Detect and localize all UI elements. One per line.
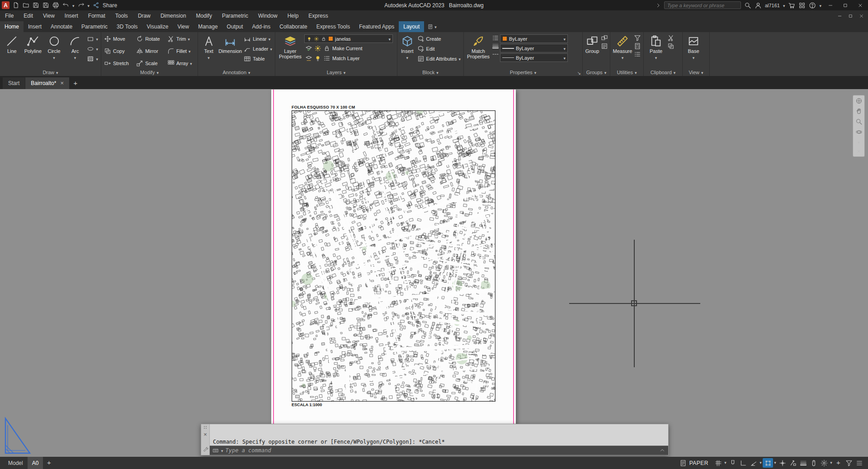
model-tab[interactable]: Model — [4, 457, 28, 469]
move-button[interactable]: Move — [103, 34, 132, 43]
ribbon-tab-3d-tools[interactable]: 3D Tools — [112, 21, 142, 32]
array-button[interactable]: Array — [166, 59, 196, 68]
help-dropdown-icon[interactable] — [819, 2, 821, 9]
lineweight-settings-icon[interactable] — [492, 43, 499, 50]
command-expand-icon[interactable] — [659, 447, 665, 454]
leader-button[interactable]: Leader — [243, 44, 273, 53]
paste-button[interactable]: Paste — [646, 33, 666, 60]
polyline-button[interactable]: Polyline — [23, 33, 43, 54]
color-dropdown[interactable]: ByLayer — [500, 34, 568, 43]
make-current-button[interactable]: Make Current — [304, 44, 395, 53]
polar-caret-icon[interactable] — [759, 461, 763, 465]
open-file-icon[interactable] — [23, 2, 29, 9]
search-icon[interactable] — [744, 2, 751, 9]
plot-icon[interactable] — [52, 2, 59, 9]
ungroup-icon[interactable] — [601, 34, 608, 42]
panel-label-view[interactable]: View — [683, 68, 709, 76]
panel-label-block[interactable]: Block — [397, 68, 463, 76]
snap-mode-button[interactable] — [727, 458, 738, 468]
drawing-canvas[interactable]: FOLHA ESQUISSO 70 X 100 CM ESCALA 1:1000… — [0, 89, 868, 457]
layer-on-icon[interactable] — [307, 36, 312, 42]
snap-tracking-button[interactable] — [777, 458, 788, 468]
ribbon-tab-featured-apps[interactable]: Featured Apps — [354, 21, 399, 32]
ribbon-tab-layout[interactable]: Layout — [399, 21, 424, 32]
ribbon-tab-view[interactable]: View — [173, 21, 193, 32]
paper-space-icon[interactable] — [679, 460, 687, 467]
store-cart-icon[interactable] — [788, 2, 795, 9]
doc-restore-button[interactable] — [845, 12, 855, 20]
copy-clip-icon[interactable] — [667, 43, 675, 50]
match-properties-button[interactable]: Match Properties — [466, 33, 491, 59]
new-file-icon[interactable] — [13, 2, 19, 9]
new-drawing-tab-button[interactable] — [70, 77, 81, 89]
command-keyboard-icon[interactable] — [212, 447, 219, 454]
command-window[interactable]: Command: Specify opposite corner or [Fen… — [201, 424, 669, 455]
undo-icon[interactable] — [62, 2, 69, 9]
menu-view[interactable]: View — [38, 10, 60, 21]
command-input-row[interactable] — [210, 445, 668, 455]
panel-label-draw[interactable]: Draw — [0, 68, 101, 76]
autocad-logo[interactable]: A — [2, 1, 9, 9]
ribbon-tab-parametric[interactable]: Parametric — [77, 21, 112, 32]
osnap-caret-icon[interactable] — [773, 461, 777, 465]
ribbon-tab-annotate[interactable]: Annotate — [46, 21, 77, 32]
window-minimize-button[interactable] — [825, 0, 836, 10]
group-edit-icon[interactable] — [601, 43, 608, 50]
doc-minimize-button[interactable] — [835, 12, 844, 20]
id-point-icon[interactable] — [634, 51, 641, 58]
stretch-button[interactable]: Stretch — [103, 59, 132, 68]
create-block-button[interactable]: Create — [416, 34, 462, 43]
layout-tab-a0[interactable]: A0 — [28, 457, 43, 469]
layout-paper[interactable]: FOLHA ESQUISSO 70 X 100 CM ESCALA 1:1000 — [271, 90, 516, 433]
menu-tools[interactable]: Tools — [110, 10, 133, 21]
menu-format[interactable]: Format — [83, 10, 110, 21]
layer-off-tool-icon[interactable] — [314, 55, 321, 62]
command-input[interactable] — [226, 447, 657, 454]
user-avatar-icon[interactable] — [755, 2, 762, 9]
share-icon[interactable] — [93, 2, 99, 9]
ellipse-button[interactable] — [86, 44, 99, 53]
command-settings-icon[interactable] — [203, 447, 208, 453]
status-menu-button[interactable] — [854, 458, 864, 468]
quick-select-icon[interactable] — [634, 34, 641, 42]
line-button[interactable]: Line — [2, 33, 22, 54]
menu-dimension[interactable]: Dimension — [156, 10, 191, 21]
menu-express[interactable]: Express — [303, 10, 333, 21]
ribbon-options[interactable] — [428, 21, 437, 32]
menu-help[interactable]: Help — [283, 10, 304, 21]
command-recent-caret-icon[interactable] — [221, 447, 223, 454]
ribbon-tab-visualize[interactable]: Visualize — [142, 21, 173, 32]
menu-file[interactable]: File — [0, 10, 19, 21]
window-maximize-button[interactable] — [840, 0, 851, 10]
window-close-button[interactable] — [854, 0, 866, 10]
measure-button[interactable]: Measure — [612, 33, 633, 60]
polar-tracking-button[interactable] — [748, 458, 759, 468]
file-tab-document[interactable]: Bairroalto* — [25, 77, 69, 89]
map-viewport[interactable] — [292, 110, 495, 402]
base-dropdown-icon[interactable] — [693, 55, 695, 60]
ribbon-tab-express-tools[interactable]: Express Tools — [312, 21, 354, 32]
ribbon-tab-home[interactable]: Home — [0, 21, 24, 32]
insert-block-button[interactable]: Insert — [399, 33, 415, 60]
linear-button[interactable]: Linear — [243, 34, 273, 43]
scale-button[interactable]: Scale — [135, 59, 164, 68]
trim-button[interactable]: Trim — [166, 34, 196, 43]
rotate-button[interactable]: Rotate — [135, 34, 164, 43]
quick-calc-icon[interactable] — [634, 43, 641, 50]
customize-button[interactable] — [833, 458, 844, 468]
group-button[interactable]: Group — [585, 33, 600, 54]
circle-button[interactable]: Circle — [44, 33, 64, 60]
text-dropdown-icon[interactable] — [208, 55, 210, 60]
layer-dropdown-caret-icon[interactable] — [388, 36, 391, 42]
close-tab-icon[interactable] — [60, 80, 64, 86]
panel-label-utilities[interactable]: Utilities — [610, 68, 643, 76]
edit-block-button[interactable]: Edit — [416, 44, 462, 53]
ribbon-tab-manage[interactable]: Manage — [193, 21, 222, 32]
menu-edit[interactable]: Edit — [19, 10, 38, 21]
copy-button[interactable]: Copy — [103, 47, 132, 56]
save-icon[interactable] — [33, 2, 39, 9]
ribbon-tab-collaborate[interactable]: Collaborate — [275, 21, 311, 32]
lineweight-display-button[interactable] — [798, 458, 808, 468]
linetype-settings-icon[interactable] — [492, 51, 499, 58]
panel-label-layers[interactable]: Layers — [275, 68, 397, 76]
